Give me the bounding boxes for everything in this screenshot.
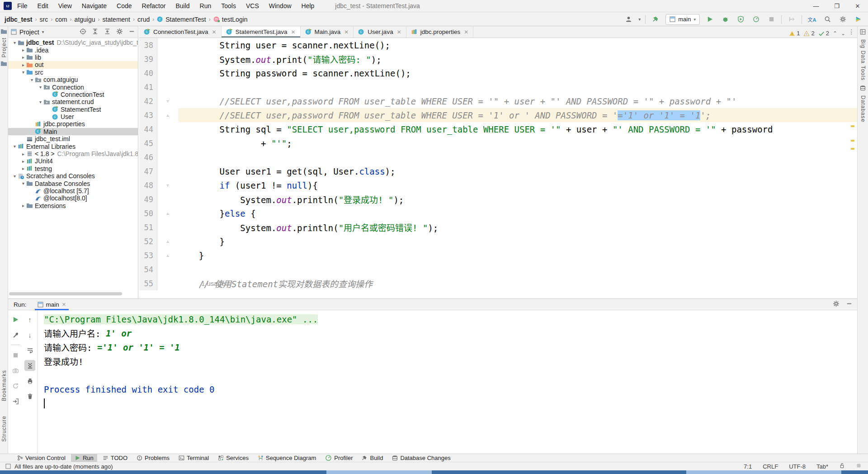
- stop-button[interactable]: [10, 350, 21, 360]
- menu-navigate[interactable]: Navigate: [82, 2, 107, 9]
- tree-item--localhost-5.7-[interactable]: @localhost [5.7]: [8, 187, 138, 194]
- scroll-to-end-button[interactable]: [24, 360, 35, 371]
- hidden-tabs-icon[interactable]: ⋮: [849, 28, 855, 35]
- code-line-47[interactable]: 47 User user1 = get(sql, User.class);: [139, 164, 857, 178]
- run-console-output[interactable]: "C:\Program Files\Java\jdk1.8.0_144\bin\…: [37, 310, 857, 454]
- feature-trainer-button[interactable]: [853, 14, 863, 25]
- tree-item-src[interactable]: ▾src: [8, 69, 138, 76]
- clear-button[interactable]: [24, 391, 35, 402]
- detach-button[interactable]: [10, 396, 21, 407]
- settings-button[interactable]: [837, 14, 848, 25]
- fold-marker-icon[interactable]: ▿: [157, 182, 178, 189]
- toolwindow-todo[interactable]: TODO: [99, 454, 131, 462]
- menu-refactor[interactable]: Refactor: [142, 2, 166, 9]
- chevron-down-icon[interactable]: ▾: [29, 77, 35, 82]
- hammer-button[interactable]: [650, 14, 661, 25]
- locate-button[interactable]: [80, 28, 86, 36]
- chevron-right-icon[interactable]: ▸: [20, 152, 26, 156]
- tab-jdbc-properties[interactable]: jdbc.properties✕: [406, 26, 474, 38]
- breadcrumb-item-jdbc_test[interactable]: jdbc_test: [5, 16, 32, 23]
- project-folder-icon[interactable]: [0, 28, 7, 35]
- breadcrumb-item-testlogin[interactable]: mtestLogin: [213, 16, 248, 23]
- project-horizontal-scrollbar[interactable]: [9, 292, 122, 295]
- debug-button[interactable]: [720, 14, 731, 25]
- toolwindow-run[interactable]: Run: [71, 454, 97, 462]
- tree-item-connectiontest[interactable]: cConnectionTest: [8, 91, 138, 98]
- warning-stripe-mark[interactable]: [851, 148, 854, 150]
- inspections-widget[interactable]: !1!22⌃⌄: [789, 30, 845, 37]
- code-line-55[interactable]: 55 // 使用Statement实现对数据表的查询操作: [139, 276, 857, 290]
- tree-item-database-consoles[interactable]: ▾Database Consoles: [8, 180, 138, 187]
- tree-item-lib[interactable]: ▸lib: [8, 54, 138, 61]
- chevron-right-icon[interactable]: ▸: [20, 159, 26, 164]
- menu-file[interactable]: File: [17, 2, 28, 9]
- chevron-right-icon[interactable]: ▸: [20, 166, 26, 171]
- tree-item-user[interactable]: cUser: [8, 113, 138, 120]
- menu-vcs[interactable]: VCS: [246, 2, 259, 9]
- tree-item-jdbc-test[interactable]: ▾jdbc_testD:\Study\c_java_study\jdbc_tes…: [8, 39, 138, 46]
- run-tab-main[interactable]: main ✕: [35, 299, 69, 310]
- status-caret-position[interactable]: 7:1: [744, 463, 752, 470]
- code-line-43[interactable]: 43▵ //SELECT user,password FROM user_tab…: [139, 108, 857, 122]
- weak-warning-indicator[interactable]: !2: [803, 30, 814, 37]
- status-line-separator[interactable]: CRLF: [763, 463, 778, 470]
- soft-wrap-button[interactable]: [24, 345, 35, 356]
- tree-item-scratches-and-consoles[interactable]: ▾Scratches and Consoles: [8, 172, 138, 180]
- toolwindow-build[interactable]: Build: [358, 454, 387, 462]
- coverage-button[interactable]: [735, 14, 746, 25]
- windows-taskbar[interactable]: [0, 470, 868, 474]
- down-button[interactable]: ↓: [24, 329, 35, 340]
- tree-item--1.8-[interactable]: ▸< 1.8 >C:\Program Files\Java\jdk1.8.0: [8, 150, 138, 157]
- toolwindow-version-control[interactable]: Version Control: [14, 454, 69, 462]
- warning-indicator[interactable]: !1: [789, 30, 800, 37]
- tree-item--localhost-8.0-[interactable]: @localhost[8.0]: [8, 194, 138, 202]
- code-line-50[interactable]: 50▵ }else {: [139, 206, 857, 220]
- tree-item-junit4[interactable]: ▸JUnit4: [8, 157, 138, 165]
- warning-stripe-mark[interactable]: [851, 125, 854, 127]
- close-tab-icon[interactable]: ✕: [344, 29, 349, 35]
- tree-item-statement.crud[interactable]: ▾statement.crud: [8, 98, 138, 105]
- stop-button[interactable]: [766, 14, 777, 25]
- fold-marker-icon[interactable]: ▵: [157, 112, 178, 118]
- menu-window[interactable]: Window: [269, 2, 292, 9]
- tab-user-java[interactable]: cUser.java✕: [354, 26, 406, 38]
- code-line-44[interactable]: 44 String sql = "SELECT user,password FR…: [139, 122, 857, 136]
- expand-all-button[interactable]: [92, 28, 99, 36]
- tree-item-.idea[interactable]: ▸.idea: [8, 46, 138, 53]
- code-line-41[interactable]: 41: [139, 80, 857, 94]
- right-strip-database[interactable]: Database: [860, 95, 866, 122]
- left-strip-project[interactable]: Project: [1, 38, 7, 57]
- breadcrumb-item-com[interactable]: com: [55, 16, 67, 23]
- chevron-up-icon[interactable]: ⌃: [833, 30, 837, 37]
- tree-item-main[interactable]: cMain: [8, 128, 138, 135]
- toolwindow-sequence-diagram[interactable]: Sequence Diagram: [254, 454, 320, 462]
- chevron-down-icon[interactable]: ▾: [12, 144, 18, 149]
- tree-item-com.atguigu[interactable]: ▾com.atguigu: [8, 76, 138, 83]
- restore-layout-button[interactable]: [10, 380, 21, 391]
- tab-statementtest-java[interactable]: cStatementTest.java✕: [222, 26, 301, 38]
- minimize-button[interactable]: —: [806, 0, 826, 12]
- unlock-button[interactable]: [839, 463, 845, 470]
- profiler-button[interactable]: [750, 14, 761, 25]
- hide-button[interactable]: [846, 300, 853, 308]
- rerun-button[interactable]: [10, 314, 21, 325]
- attach-button[interactable]: [786, 14, 797, 25]
- code-line-51[interactable]: 51 System.out.println("用户名或密码错误! ");: [139, 220, 857, 234]
- code-line-45[interactable]: 45 + "'";: [139, 136, 857, 150]
- chevron-down-icon[interactable]: ▾: [38, 85, 43, 90]
- maximize-button[interactable]: ❐: [826, 0, 847, 12]
- chevron-right-icon[interactable]: ▸: [20, 62, 26, 67]
- tree-item-external-libraries[interactable]: ▾External Libraries: [8, 142, 138, 150]
- database-icon[interactable]: [860, 85, 866, 91]
- close-tab-icon[interactable]: ✕: [464, 29, 468, 35]
- tab-connectiontest-java[interactable]: cConnectionTest.java✕: [139, 26, 222, 38]
- menu-tools[interactable]: Tools: [221, 2, 236, 9]
- tree-item-statementtest[interactable]: cStatementTest: [8, 106, 138, 113]
- chevron-down-icon[interactable]: ⌄: [841, 30, 845, 37]
- tree-item-extensions[interactable]: ▸Extensions: [8, 202, 138, 209]
- up-button[interactable]: ↑: [24, 314, 35, 325]
- close-tab-icon[interactable]: ✕: [291, 29, 295, 35]
- code-line-54[interactable]: 54: [139, 262, 857, 276]
- code-line-38[interactable]: 38 String user = scanner.nextLine();: [139, 38, 857, 52]
- tree-item-jdbc-test.iml[interactable]: jdbc_test.iml: [8, 135, 138, 142]
